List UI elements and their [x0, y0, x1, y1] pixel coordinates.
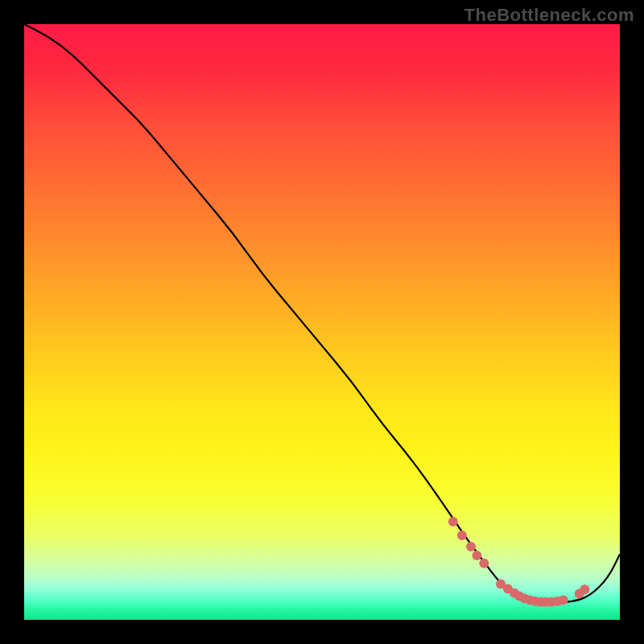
highlighted-point [559, 596, 568, 605]
chart-frame: TheBottleneck.com [0, 0, 644, 644]
highlighted-points-group [448, 517, 590, 607]
highlighted-point [448, 517, 458, 526]
highlighted-point [472, 551, 481, 560]
plot-area [24, 24, 620, 620]
highlighted-point [580, 584, 589, 594]
curve-svg [24, 24, 620, 620]
highlighted-point [479, 559, 489, 568]
highlighted-point [457, 530, 467, 540]
highlighted-point [466, 542, 476, 551]
bottleneck-curve [24, 24, 620, 602]
watermark-text: TheBottleneck.com [464, 5, 634, 26]
